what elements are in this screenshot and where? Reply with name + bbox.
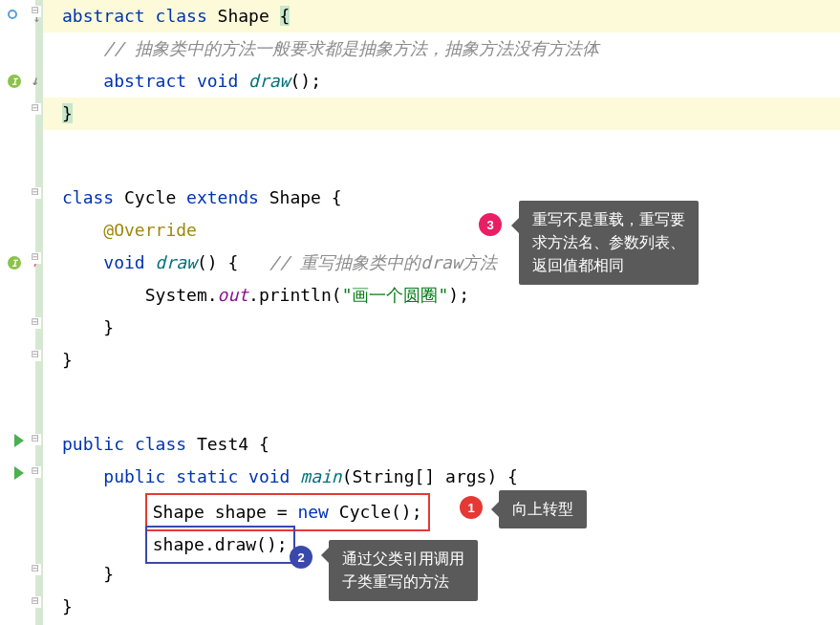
identifier: .println(	[248, 285, 342, 305]
callout-text: 通过父类引用调用	[342, 548, 464, 571]
comment: // 抽象类中的方法一般要求都是抽象方法，抽象方法没有方法体	[103, 38, 599, 58]
callout-text: 求方法名、参数列表、	[532, 231, 685, 254]
callout-text: 返回值都相同	[532, 254, 685, 277]
code-line[interactable]: Shape shape = new Cycle();	[43, 493, 840, 526]
callout-3: 重写不是重载，重写要 求方法名、参数列表、 返回值都相同	[519, 201, 699, 285]
brace: }	[62, 103, 73, 123]
punct: ();	[290, 71, 321, 91]
fold-icon[interactable]: ⊟	[30, 252, 41, 264]
keyword: public	[103, 466, 165, 486]
badge-number: 3	[486, 218, 493, 232]
fold-icon[interactable]: ⊟	[30, 434, 41, 445]
fold-icon[interactable]: ⊟	[30, 187, 41, 199]
brace: }	[62, 596, 73, 616]
constructor: Cycle();	[329, 502, 422, 522]
keyword: public	[62, 434, 124, 454]
method-name: draw	[156, 252, 197, 272]
brace: }	[62, 350, 73, 370]
class-name: Cycle	[124, 187, 176, 207]
callout-pointer-icon	[491, 502, 499, 517]
punct: (String[] args) {	[342, 466, 518, 486]
punct: );	[448, 285, 469, 305]
code-line[interactable]: System.out.println("画一个圆圈");	[43, 279, 840, 312]
string: "画一个圆圈"	[342, 285, 449, 305]
brace: }	[103, 317, 114, 337]
override-down-icon[interactable]	[8, 10, 17, 19]
fold-icon[interactable]: ⊟	[30, 596, 41, 608]
code-line[interactable]: @Override	[43, 214, 840, 247]
class-name: Test4	[197, 434, 248, 454]
identifier: shape =	[205, 502, 298, 522]
callout-text: 重写不是重载，重写要	[532, 208, 685, 231]
fold-icon[interactable]: ⊟	[30, 6, 41, 17]
method-name: draw	[248, 71, 290, 91]
code-line[interactable]: abstract void draw();	[43, 65, 840, 97]
gutter: I ⊟ ⊟ ⊟ I ⊟ ⊟ ⊟ ⊟ ⊟ ⊟ ⊟	[0, 0, 43, 625]
badge-3: 3	[479, 213, 502, 236]
class-name: Shape	[153, 502, 205, 522]
callout-2: 通过父类引用调用 子类重写的方法	[329, 540, 478, 601]
class-name: Shape	[218, 6, 269, 26]
keyword: void	[103, 252, 144, 272]
fold-icon[interactable]: ⊟	[30, 317, 41, 329]
keyword: void	[248, 466, 290, 486]
fold-icon[interactable]: ⊟	[30, 466, 41, 478]
brace: {	[280, 6, 291, 26]
keyword: abstract	[62, 6, 145, 26]
field: out	[218, 285, 249, 305]
comment: // 重写抽象类中的draw方法	[269, 252, 497, 272]
callout-pointer-icon	[321, 548, 329, 563]
code-area[interactable]: abstract class Shape { // 抽象类中的方法一般要求都是抽…	[43, 0, 840, 625]
code-line[interactable]: abstract class Shape {	[43, 0, 840, 32]
punct: () {	[197, 252, 238, 272]
implemented-icon[interactable]: I	[8, 75, 21, 88]
keyword: class	[135, 434, 186, 454]
blank-line	[43, 130, 840, 162]
blank-line	[43, 377, 840, 409]
brace: {	[259, 434, 269, 454]
callout-1: 向上转型	[499, 490, 587, 528]
blank-line	[43, 162, 840, 182]
gutter-strip	[35, 0, 43, 625]
keyword: static	[176, 466, 238, 486]
keyword: new	[297, 502, 329, 522]
callout-text: 子类重写的方法	[342, 571, 464, 593]
badge-1: 1	[460, 496, 483, 519]
fold-icon[interactable]: ⊟	[30, 350, 41, 361]
keyword: extends	[186, 187, 259, 207]
brace: }	[103, 564, 114, 584]
code-line[interactable]: public class Test4 {	[43, 428, 840, 461]
fold-icon[interactable]: ⊟	[30, 564, 41, 575]
class-name: Shape	[269, 187, 321, 207]
brace: {	[332, 187, 342, 207]
code-line[interactable]: class Cycle extends Shape {	[43, 182, 840, 214]
callout-text: 向上转型	[512, 501, 573, 517]
code-line[interactable]: }	[43, 97, 840, 130]
badge-number: 1	[467, 501, 474, 515]
code-editor: I ⊟ ⊟ ⊟ I ⊟ ⊟ ⊟ ⊟ ⊟ ⊟ ⊟ abstract class S…	[0, 0, 840, 625]
fold-icon[interactable]: ⊟	[30, 103, 41, 115]
code-line[interactable]: }	[43, 312, 840, 344]
badge-2: 2	[290, 546, 312, 569]
callout-pointer-icon	[511, 218, 519, 233]
method-call: shape.draw();	[153, 534, 288, 554]
code-line[interactable]: }	[43, 344, 840, 377]
keyword: class	[62, 187, 114, 207]
keyword: abstract	[103, 71, 186, 91]
code-line[interactable]: void draw() { // 重写抽象类中的draw方法	[43, 247, 840, 279]
annotation: @Override	[103, 220, 197, 240]
badge-number: 2	[297, 550, 304, 565]
keyword: class	[156, 6, 207, 26]
code-line[interactable]: // 抽象类中的方法一般要求都是抽象方法，抽象方法没有方法体	[43, 32, 840, 65]
overrides-icon[interactable]: I	[8, 256, 21, 269]
identifier: System.	[145, 285, 218, 305]
run-icon[interactable]	[14, 466, 24, 480]
keyword: void	[197, 71, 238, 91]
method-name: main	[300, 466, 341, 486]
code-line[interactable]: public static void main(String[] args) {	[43, 461, 840, 493]
run-icon[interactable]	[14, 434, 24, 447]
blank-line	[43, 409, 840, 428]
